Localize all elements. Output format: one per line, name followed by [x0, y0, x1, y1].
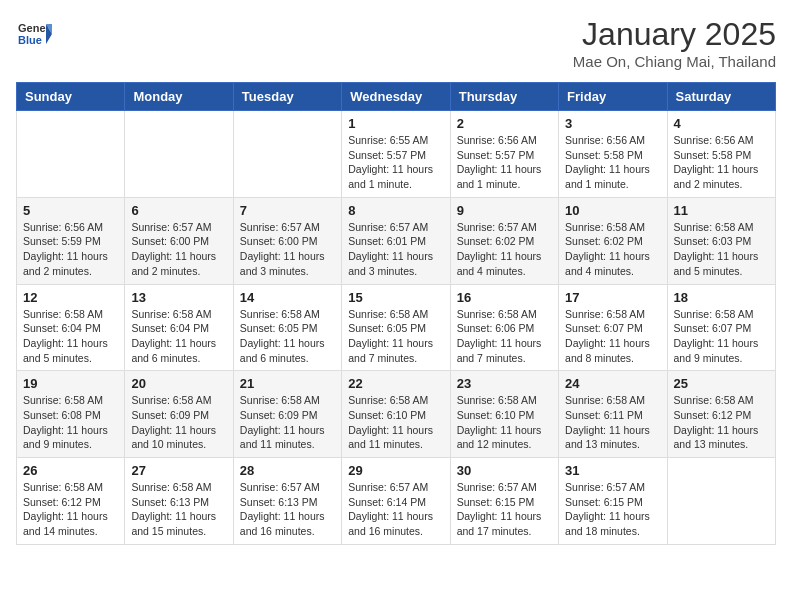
calendar-subtitle: Mae On, Chiang Mai, Thailand [573, 53, 776, 70]
day-number: 9 [457, 203, 552, 218]
calendar-cell [233, 111, 341, 198]
cell-detail: Daylight: 11 hours and 2 minutes. [131, 249, 226, 278]
cell-detail: Sunset: 5:59 PM [23, 234, 118, 249]
logo-mark: General Blue [16, 16, 52, 56]
col-thursday: Thursday [450, 83, 558, 111]
calendar-week-row: 1Sunrise: 6:55 AMSunset: 5:57 PMDaylight… [17, 111, 776, 198]
calendar-title: January 2025 [573, 16, 776, 53]
cell-detail: Sunset: 5:57 PM [457, 148, 552, 163]
calendar-cell: 12Sunrise: 6:58 AMSunset: 6:04 PMDayligh… [17, 284, 125, 371]
cell-detail: Sunrise: 6:58 AM [565, 307, 660, 322]
calendar-cell: 10Sunrise: 6:58 AMSunset: 6:02 PMDayligh… [559, 197, 667, 284]
cell-detail: Daylight: 11 hours and 13 minutes. [565, 423, 660, 452]
cell-detail: Daylight: 11 hours and 4 minutes. [457, 249, 552, 278]
day-number: 15 [348, 290, 443, 305]
cell-detail: Daylight: 11 hours and 1 minute. [565, 162, 660, 191]
cell-detail: Sunrise: 6:57 AM [565, 480, 660, 495]
cell-detail: Sunrise: 6:57 AM [348, 220, 443, 235]
cell-detail: Daylight: 11 hours and 9 minutes. [23, 423, 118, 452]
cell-detail: Sunrise: 6:58 AM [240, 393, 335, 408]
cell-detail: Sunset: 6:02 PM [565, 234, 660, 249]
calendar-cell: 3Sunrise: 6:56 AMSunset: 5:58 PMDaylight… [559, 111, 667, 198]
cell-detail: Sunrise: 6:58 AM [348, 307, 443, 322]
cell-detail: Sunrise: 6:58 AM [23, 480, 118, 495]
calendar-week-row: 5Sunrise: 6:56 AMSunset: 5:59 PMDaylight… [17, 197, 776, 284]
cell-detail: Daylight: 11 hours and 4 minutes. [565, 249, 660, 278]
calendar-cell: 31Sunrise: 6:57 AMSunset: 6:15 PMDayligh… [559, 458, 667, 545]
calendar-cell: 22Sunrise: 6:58 AMSunset: 6:10 PMDayligh… [342, 371, 450, 458]
cell-detail: Sunset: 6:07 PM [674, 321, 769, 336]
cell-detail: Daylight: 11 hours and 3 minutes. [348, 249, 443, 278]
cell-detail: Sunset: 6:07 PM [565, 321, 660, 336]
cell-detail: Daylight: 11 hours and 9 minutes. [674, 336, 769, 365]
calendar-cell: 5Sunrise: 6:56 AMSunset: 5:59 PMDaylight… [17, 197, 125, 284]
calendar-cell: 20Sunrise: 6:58 AMSunset: 6:09 PMDayligh… [125, 371, 233, 458]
day-number: 5 [23, 203, 118, 218]
cell-detail: Daylight: 11 hours and 14 minutes. [23, 509, 118, 538]
calendar-header: Sunday Monday Tuesday Wednesday Thursday… [17, 83, 776, 111]
calendar-cell: 15Sunrise: 6:58 AMSunset: 6:05 PMDayligh… [342, 284, 450, 371]
cell-detail: Daylight: 11 hours and 15 minutes. [131, 509, 226, 538]
cell-detail: Daylight: 11 hours and 17 minutes. [457, 509, 552, 538]
day-number: 16 [457, 290, 552, 305]
calendar-cell: 17Sunrise: 6:58 AMSunset: 6:07 PMDayligh… [559, 284, 667, 371]
cell-detail: Sunset: 6:11 PM [565, 408, 660, 423]
cell-detail: Sunrise: 6:58 AM [457, 393, 552, 408]
day-number: 30 [457, 463, 552, 478]
cell-detail: Daylight: 11 hours and 7 minutes. [457, 336, 552, 365]
calendar-cell: 23Sunrise: 6:58 AMSunset: 6:10 PMDayligh… [450, 371, 558, 458]
day-number: 31 [565, 463, 660, 478]
cell-detail: Daylight: 11 hours and 2 minutes. [674, 162, 769, 191]
cell-detail: Daylight: 11 hours and 1 minute. [457, 162, 552, 191]
cell-detail: Daylight: 11 hours and 1 minute. [348, 162, 443, 191]
day-number: 2 [457, 116, 552, 131]
day-number: 29 [348, 463, 443, 478]
cell-detail: Sunset: 6:15 PM [565, 495, 660, 510]
cell-detail: Daylight: 11 hours and 16 minutes. [348, 509, 443, 538]
cell-detail: Sunrise: 6:57 AM [240, 220, 335, 235]
day-number: 24 [565, 376, 660, 391]
cell-detail: Daylight: 11 hours and 7 minutes. [348, 336, 443, 365]
calendar-cell: 8Sunrise: 6:57 AMSunset: 6:01 PMDaylight… [342, 197, 450, 284]
cell-detail: Sunset: 5:58 PM [674, 148, 769, 163]
cell-detail: Sunset: 6:08 PM [23, 408, 118, 423]
cell-detail: Sunset: 6:15 PM [457, 495, 552, 510]
day-number: 13 [131, 290, 226, 305]
cell-detail: Sunrise: 6:57 AM [457, 480, 552, 495]
cell-detail: Sunrise: 6:58 AM [240, 307, 335, 322]
cell-detail: Sunrise: 6:58 AM [131, 393, 226, 408]
calendar-cell: 16Sunrise: 6:58 AMSunset: 6:06 PMDayligh… [450, 284, 558, 371]
day-number: 17 [565, 290, 660, 305]
cell-detail: Sunrise: 6:58 AM [23, 307, 118, 322]
calendar-cell: 2Sunrise: 6:56 AMSunset: 5:57 PMDaylight… [450, 111, 558, 198]
cell-detail: Sunrise: 6:57 AM [131, 220, 226, 235]
cell-detail: Sunrise: 6:56 AM [674, 133, 769, 148]
cell-detail: Daylight: 11 hours and 2 minutes. [23, 249, 118, 278]
cell-detail: Daylight: 11 hours and 3 minutes. [240, 249, 335, 278]
col-sunday: Sunday [17, 83, 125, 111]
calendar-cell [125, 111, 233, 198]
cell-detail: Sunrise: 6:58 AM [674, 220, 769, 235]
cell-detail: Sunrise: 6:56 AM [23, 220, 118, 235]
cell-detail: Daylight: 11 hours and 11 minutes. [240, 423, 335, 452]
cell-detail: Sunset: 6:09 PM [240, 408, 335, 423]
calendar-cell: 26Sunrise: 6:58 AMSunset: 6:12 PMDayligh… [17, 458, 125, 545]
cell-detail: Sunset: 6:12 PM [23, 495, 118, 510]
day-number: 10 [565, 203, 660, 218]
day-number: 4 [674, 116, 769, 131]
cell-detail: Sunset: 6:14 PM [348, 495, 443, 510]
cell-detail: Daylight: 11 hours and 6 minutes. [131, 336, 226, 365]
day-number: 8 [348, 203, 443, 218]
cell-detail: Sunrise: 6:58 AM [23, 393, 118, 408]
cell-detail: Sunset: 6:12 PM [674, 408, 769, 423]
cell-detail: Daylight: 11 hours and 5 minutes. [23, 336, 118, 365]
col-wednesday: Wednesday [342, 83, 450, 111]
calendar-cell [17, 111, 125, 198]
calendar-cell: 30Sunrise: 6:57 AMSunset: 6:15 PMDayligh… [450, 458, 558, 545]
calendar-cell: 27Sunrise: 6:58 AMSunset: 6:13 PMDayligh… [125, 458, 233, 545]
cell-detail: Daylight: 11 hours and 5 minutes. [674, 249, 769, 278]
cell-detail: Daylight: 11 hours and 6 minutes. [240, 336, 335, 365]
title-area: January 2025 Mae On, Chiang Mai, Thailan… [573, 16, 776, 70]
cell-detail: Sunset: 6:05 PM [240, 321, 335, 336]
days-row: Sunday Monday Tuesday Wednesday Thursday… [17, 83, 776, 111]
